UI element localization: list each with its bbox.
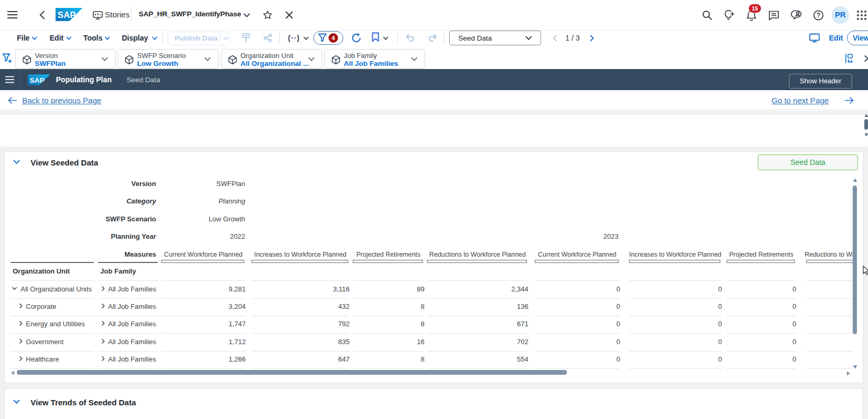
svg-text:?: ? xyxy=(816,12,820,19)
svg-text:SAP: SAP xyxy=(57,10,75,20)
svg-text:SAP: SAP xyxy=(30,76,44,84)
